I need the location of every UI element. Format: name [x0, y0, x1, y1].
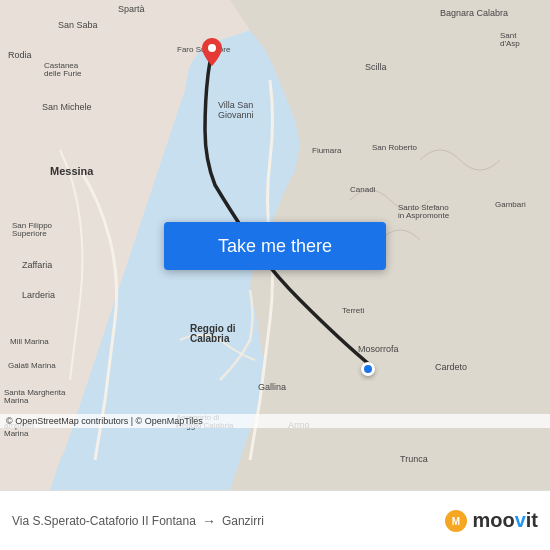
svg-text:Superiore: Superiore [12, 229, 47, 238]
svg-text:Gallina: Gallina [258, 382, 286, 392]
svg-text:San Roberto: San Roberto [372, 143, 417, 152]
footer-bar: Via S.Sperato-Cataforio II Fontana → Gan… [0, 490, 550, 550]
take-me-there-label: Take me there [218, 236, 332, 257]
svg-text:Scilla: Scilla [365, 62, 387, 72]
moovit-logo-icon: M [444, 509, 468, 533]
map-attribution: © OpenStreetMap contributors | © OpenMap… [0, 414, 550, 428]
svg-text:Larderia: Larderia [22, 290, 55, 300]
svg-text:Gambari: Gambari [495, 200, 526, 209]
destination-pin [202, 38, 222, 70]
svg-point-45 [208, 44, 216, 52]
svg-text:d'Asp: d'Asp [500, 39, 520, 48]
svg-text:M: M [452, 516, 460, 527]
svg-text:Zaffaria: Zaffaria [22, 260, 52, 270]
svg-text:Spartà: Spartà [118, 4, 145, 14]
svg-text:Trunca: Trunca [400, 454, 428, 464]
footer-route-info: Via S.Sperato-Cataforio II Fontana → Gan… [12, 513, 264, 529]
svg-text:Marina: Marina [4, 429, 29, 438]
svg-text:in Aspromonte: in Aspromonte [398, 211, 450, 220]
svg-text:Villa San: Villa San [218, 100, 253, 110]
svg-text:Fiumara: Fiumara [312, 146, 342, 155]
svg-text:San Michele: San Michele [42, 102, 92, 112]
svg-text:delle Furie: delle Furie [44, 69, 82, 78]
moovit-logo-text: moovit [472, 509, 538, 532]
take-me-there-button[interactable]: Take me there [164, 222, 386, 270]
svg-text:San Saba: San Saba [58, 20, 98, 30]
footer-route: Via S.Sperato-Cataforio II Fontana → Gan… [12, 513, 264, 529]
svg-text:Galati Marina: Galati Marina [8, 361, 56, 370]
svg-text:Terreti: Terreti [342, 306, 364, 315]
svg-text:Cardeto: Cardeto [435, 362, 467, 372]
footer-from: Via S.Sperato-Cataforio II Fontana [12, 514, 196, 528]
svg-text:Canadi: Canadi [350, 185, 376, 194]
svg-text:Rodia: Rodia [8, 50, 32, 60]
footer-to: Ganzirri [222, 514, 264, 528]
svg-text:Mosorrofa: Mosorrofa [358, 344, 399, 354]
current-location-dot [361, 362, 375, 376]
svg-text:Messina: Messina [50, 165, 94, 177]
svg-text:Calabria: Calabria [190, 333, 230, 344]
svg-text:Bagnara Calabra: Bagnara Calabra [440, 8, 508, 18]
map-container: Spartà San Saba Rodia Castanea delle Fur… [0, 0, 550, 490]
arrow-icon: → [202, 513, 216, 529]
svg-text:Giovanni: Giovanni [218, 110, 254, 120]
svg-text:Marina: Marina [4, 396, 29, 405]
moovit-logo: M moovit [444, 509, 538, 533]
svg-text:Mill Marina: Mill Marina [10, 337, 49, 346]
